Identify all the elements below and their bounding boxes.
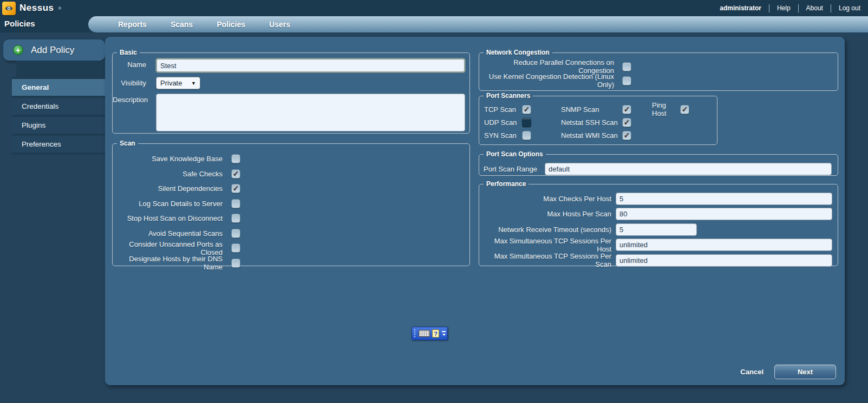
top-links: administrator Help About Log out: [720, 4, 868, 12]
chevron-down-icon: ▼: [191, 81, 196, 86]
udp-scan-checkbox[interactable]: [522, 118, 531, 127]
keyboard-icon[interactable]: [419, 330, 430, 337]
sidebar-item-preferences[interactable]: Preferences: [12, 136, 105, 153]
log-scan-details-checkbox[interactable]: [231, 199, 240, 208]
description-textarea[interactable]: [156, 94, 465, 131]
max-tcp-sessions-per-host-input[interactable]: [616, 239, 832, 251]
scan-option-row: Log Scan Details to Server: [113, 196, 469, 212]
silent-dependencies-checkbox[interactable]: [231, 184, 240, 193]
divider: [769, 4, 769, 12]
port-scanner-label: UDP Scan: [484, 118, 522, 127]
port-scanner-label: TCP Scan: [484, 105, 522, 114]
form-actions: Cancel Next: [740, 365, 836, 379]
port-scanner-row: SYN Scan Netstat WMI Scan: [479, 129, 717, 142]
cancel-button[interactable]: Cancel: [740, 368, 763, 376]
syn-scan-checkbox[interactable]: [522, 131, 531, 140]
netstat-wmi-scan-checkbox[interactable]: [622, 131, 631, 140]
scan-option-label: Log Scan Details to Server: [113, 200, 223, 208]
tab-policies[interactable]: Policies: [217, 20, 245, 29]
help-icon[interactable]: ?: [432, 329, 439, 338]
scan-option-row: Silent Dependencies: [113, 181, 469, 196]
ping-host-checkbox[interactable]: [680, 105, 689, 114]
drag-handle-icon[interactable]: [414, 329, 416, 338]
help-link[interactable]: Help: [777, 4, 791, 12]
save-knowledge-base-checkbox[interactable]: [231, 154, 240, 163]
kernel-congestion-detection-checkbox[interactable]: [622, 76, 631, 85]
brand: Nessus ®: [0, 2, 61, 15]
port-scanner-row: UDP Scan Netstat SSH Scan: [479, 116, 717, 129]
performance-label: Max Hosts Per Scan: [479, 210, 611, 218]
add-policy-header: + Add Policy: [3, 39, 105, 61]
tab-users[interactable]: Users: [269, 20, 290, 29]
snmp-scan-checkbox[interactable]: [622, 105, 631, 114]
basic-legend: Basic: [117, 49, 140, 56]
scan-option-label: Safe Checks: [113, 170, 223, 178]
port-scanner-label: Netstat SSH Scan: [561, 118, 622, 127]
top-bar: Nessus ® administrator Help About Log ou…: [0, 0, 868, 16]
port-scan-options-section: Port Scan Options Port Scan Range: [479, 150, 838, 176]
max-tcp-sessions-per-scan-input[interactable]: [616, 254, 832, 267]
current-user: administrator: [720, 4, 761, 12]
tcp-scan-checkbox[interactable]: [522, 105, 531, 114]
nessus-app: Nessus ® administrator Help About Log ou…: [0, 0, 868, 403]
divider: [798, 4, 799, 12]
network-congestion-legend: Network Congestion: [484, 49, 552, 56]
visibility-select[interactable]: Private ▼: [156, 77, 200, 89]
performance-row: Max Simultaneous TCP Sessions Per Scan: [479, 253, 838, 268]
port-scanner-row: TCP Scan SNMP Scan Ping Host: [479, 103, 717, 116]
scan-legend: Scan: [117, 140, 138, 147]
page-title: Policies: [4, 19, 35, 28]
max-hosts-per-scan-input[interactable]: [616, 208, 832, 220]
about-link[interactable]: About: [806, 4, 823, 12]
performance-row: Max Hosts Per Scan: [479, 207, 838, 222]
port-scanners-section: Port Scanners TCP Scan SNMP Scan Ping Ho…: [479, 92, 717, 145]
safe-checks-checkbox[interactable]: [231, 169, 240, 179]
network-receive-timeout-input[interactable]: [616, 223, 697, 236]
sidebar-item-plugins[interactable]: Plugins: [12, 117, 105, 134]
logout-link[interactable]: Log out: [839, 4, 860, 12]
port-scan-range-input[interactable]: [545, 163, 832, 175]
language-bar[interactable]: ?: [412, 327, 448, 340]
nessus-logo-icon: [2, 2, 16, 15]
congestion-option-row: Reduce Parallel Connections on Congestio…: [479, 60, 838, 74]
sidebar-item-credentials[interactable]: Credentials: [12, 98, 105, 115]
visibility-row: Visibility Private ▼: [113, 77, 469, 89]
reduce-parallel-connections-checkbox[interactable]: [622, 62, 631, 71]
port-scanner-label: Ping Host: [652, 101, 680, 117]
avoid-sequential-scans-checkbox[interactable]: [231, 229, 240, 238]
network-congestion-section: Network Congestion Reduce Parallel Conne…: [479, 49, 838, 91]
scan-option-label: Silent Dependencies: [113, 184, 223, 193]
scan-option-row: Avoid Sequential Scans: [113, 226, 469, 241]
netstat-ssh-scan-checkbox[interactable]: [622, 118, 631, 127]
sidebar-menu: General Credentials Plugins Preferences: [12, 77, 105, 155]
name-input[interactable]: [156, 58, 465, 72]
congestion-option-label: Use Kernel Congestion Detection (Linux O…: [479, 72, 614, 89]
divider: [831, 4, 831, 12]
tab-reports[interactable]: Reports: [118, 20, 147, 29]
unscanned-ports-closed-checkbox[interactable]: [231, 243, 240, 253]
max-checks-per-host-input[interactable]: [616, 193, 832, 205]
port-scanners-legend: Port Scanners: [484, 92, 533, 100]
description-row: Description: [113, 94, 469, 131]
port-scan-range-label: Port Scan Range: [484, 165, 540, 173]
add-policy-title: Add Policy: [31, 45, 74, 56]
registered-mark: ®: [58, 6, 61, 11]
policy-form-panel: Basic Name Visibility Private ▼ Descript…: [105, 37, 845, 385]
sidebar-item-general[interactable]: General: [12, 79, 105, 96]
menu-arrow-icon[interactable]: [442, 334, 446, 336]
performance-label: Max Simultaneous TCP Sessions Per Scan: [479, 252, 611, 268]
performance-label: Max Checks Per Host: [479, 195, 611, 203]
next-button[interactable]: Next: [774, 365, 836, 379]
nav-bar: Policies Reports Scans Policies Users: [0, 16, 868, 32]
tab-scans[interactable]: Scans: [171, 20, 193, 29]
add-plus-icon: +: [13, 45, 23, 55]
port-scanner-label: SYN Scan: [484, 131, 522, 140]
minimize-icon[interactable]: [442, 331, 446, 332]
port-scan-options-legend: Port Scan Options: [484, 150, 546, 158]
main-nav: Reports Scans Policies Users: [88, 16, 868, 32]
performance-label: Max Simultaneous TCP Sessions Per Host: [479, 237, 611, 253]
performance-row: Network Receive Timeout (seconds): [479, 222, 838, 237]
stop-host-scan-checkbox[interactable]: [231, 214, 240, 223]
brand-name: Nessus: [19, 3, 54, 14]
designate-hosts-dns-checkbox[interactable]: [231, 259, 240, 268]
